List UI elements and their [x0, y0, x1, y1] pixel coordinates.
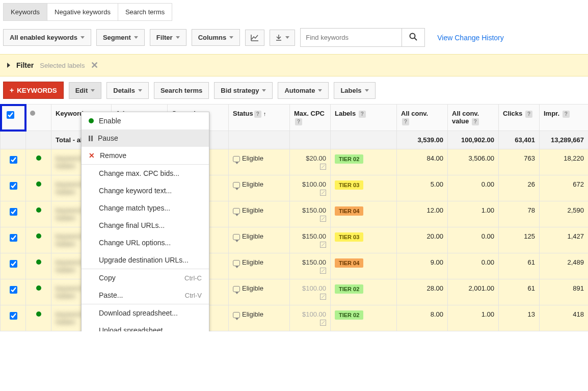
col-labels[interactable]: Labels ?: [331, 105, 397, 131]
edit-icon[interactable]: [320, 242, 326, 248]
columns-dropdown[interactable]: Columns: [192, 29, 240, 46]
help-icon[interactable]: ?: [359, 111, 366, 118]
max-cpc-cell[interactable]: $150.00: [290, 227, 331, 253]
menu-change-url-options[interactable]: Change URL options...: [82, 234, 209, 251]
bid-strategy-dropdown[interactable]: Bid strategy: [214, 82, 273, 99]
menu-copy-label: Copy: [99, 274, 116, 282]
row-checkbox-cell[interactable]: [1, 279, 26, 305]
filter-dropdown[interactable]: Filter: [150, 29, 186, 46]
help-icon[interactable]: ?: [402, 118, 409, 125]
menu-change-final[interactable]: Change final URLs...: [82, 217, 209, 234]
col-max-cpc[interactable]: Max. CPC ?: [290, 105, 331, 131]
speech-bubble-icon[interactable]: [233, 312, 240, 318]
select-all-checkbox[interactable]: [7, 111, 14, 119]
row-checkbox-cell[interactable]: [1, 305, 26, 331]
menu-paste[interactable]: Paste...Ctrl-V: [82, 286, 209, 304]
row-checkbox[interactable]: [10, 286, 17, 294]
status-dot-icon: [36, 311, 41, 317]
row-checkbox[interactable]: [10, 260, 17, 268]
col-all-conv-value[interactable]: All conv. value ?: [448, 105, 499, 131]
all-conv-cell: 28.00: [397, 279, 448, 305]
menu-upload-spreadsheet[interactable]: Upload spreadsheet...: [82, 322, 209, 331]
tab-keywords[interactable]: Keywords: [3, 3, 47, 21]
max-cpc-cell[interactable]: $100.00: [290, 305, 331, 331]
automate-dropdown[interactable]: Automate: [278, 82, 329, 99]
row-checkbox-cell[interactable]: [1, 175, 26, 201]
row-checkbox-cell[interactable]: [1, 201, 26, 227]
segment-dropdown[interactable]: Segment: [96, 29, 145, 46]
status-text: Eligible: [242, 258, 263, 266]
columns-label: Columns: [198, 34, 227, 41]
row-checkbox[interactable]: [10, 182, 17, 190]
col-all-conv[interactable]: All conv.?: [397, 105, 448, 131]
download-dropdown[interactable]: [270, 30, 295, 46]
col-status[interactable]: Status?↑: [229, 105, 290, 131]
speech-bubble-icon[interactable]: [233, 208, 240, 214]
menu-copy[interactable]: CopyCtrl-C: [82, 269, 209, 286]
help-icon[interactable]: ?: [254, 111, 261, 118]
view-change-history-link[interactable]: View Change History: [437, 34, 503, 42]
max-cpc-cell[interactable]: $100.00: [290, 175, 331, 201]
close-icon[interactable]: ✕: [91, 60, 98, 71]
row-checkbox[interactable]: [10, 234, 17, 242]
search-input[interactable]: [300, 28, 402, 47]
max-cpc-cell[interactable]: $150.00: [290, 253, 331, 279]
filter-bar: Filter Selected labels ✕: [0, 54, 588, 76]
tab-negative-keywords[interactable]: Negative keywords: [47, 3, 118, 21]
menu-change-text[interactable]: Change keyword text...: [82, 182, 209, 199]
menu-enable[interactable]: Enable: [82, 112, 209, 129]
max-cpc-cell[interactable]: $150.00: [290, 201, 331, 227]
details-dropdown[interactable]: Details: [106, 82, 149, 99]
help-icon[interactable]: ?: [563, 111, 570, 118]
menu-change-cpc[interactable]: Change max. CPC bids...: [82, 165, 209, 182]
col-impr[interactable]: Impr. ?: [540, 105, 589, 131]
row-checkbox[interactable]: [10, 156, 17, 164]
edit-icon[interactable]: [320, 164, 326, 170]
triangle-right-icon[interactable]: [7, 63, 10, 68]
max-cpc-cell[interactable]: $20.00: [290, 149, 331, 175]
add-keywords-button[interactable]: +KEYWORDS: [3, 82, 64, 99]
speech-bubble-icon[interactable]: [233, 182, 240, 188]
row-checkbox-cell[interactable]: [1, 227, 26, 253]
status-dot-header[interactable]: [26, 105, 51, 131]
edit-icon[interactable]: [320, 216, 326, 222]
edit-icon[interactable]: [320, 294, 326, 300]
speech-bubble-icon[interactable]: [233, 286, 240, 292]
row-checkbox-cell[interactable]: [1, 253, 26, 279]
max-cpc-cell[interactable]: $100.00: [290, 279, 331, 305]
chevron-down-icon: [262, 89, 266, 92]
help-icon[interactable]: ?: [472, 118, 479, 125]
speech-bubble-icon[interactable]: [233, 234, 240, 240]
cpc-value: $150.00: [302, 232, 326, 240]
status-dot-icon: [36, 207, 41, 213]
menu-change-match[interactable]: Change match types...: [82, 199, 209, 217]
edit-icon[interactable]: [320, 190, 326, 196]
menu-download-spreadsheet[interactable]: Download spreadsheet...: [82, 304, 209, 322]
chart-button[interactable]: [245, 30, 264, 46]
row-checkbox[interactable]: [10, 208, 17, 216]
labels-dropdown[interactable]: Labels: [334, 82, 375, 99]
tab-search-terms[interactable]: Search terms: [118, 3, 172, 21]
row-checkbox-cell[interactable]: [1, 149, 26, 175]
menu-upgrade-dest[interactable]: Upgrade destination URLs...: [82, 251, 209, 269]
search-button[interactable]: [402, 28, 425, 47]
speech-bubble-icon[interactable]: [233, 260, 240, 266]
all-conv-cell: 20.00: [397, 227, 448, 253]
search-terms-button[interactable]: Search terms: [154, 82, 209, 99]
enable-dot-icon: [89, 118, 94, 123]
labels-cell: TIER 03: [331, 175, 397, 201]
row-checkbox[interactable]: [10, 312, 17, 320]
edit-icon[interactable]: [320, 320, 326, 326]
status-cell: Eligible: [229, 149, 290, 175]
help-icon[interactable]: ?: [295, 118, 302, 125]
all-enabled-dropdown[interactable]: All enabled keywords: [3, 29, 91, 46]
speech-bubble-icon[interactable]: [233, 156, 240, 162]
status-dot-icon: [36, 259, 41, 265]
select-all-header[interactable]: [1, 105, 26, 131]
col-clicks[interactable]: Clicks ?: [499, 105, 540, 131]
edit-icon[interactable]: [320, 268, 326, 274]
edit-dropdown[interactable]: Edit: [69, 82, 102, 99]
menu-remove[interactable]: ✕Remove: [82, 147, 209, 164]
help-icon[interactable]: ?: [525, 111, 532, 118]
menu-pause[interactable]: Pause: [82, 129, 209, 147]
